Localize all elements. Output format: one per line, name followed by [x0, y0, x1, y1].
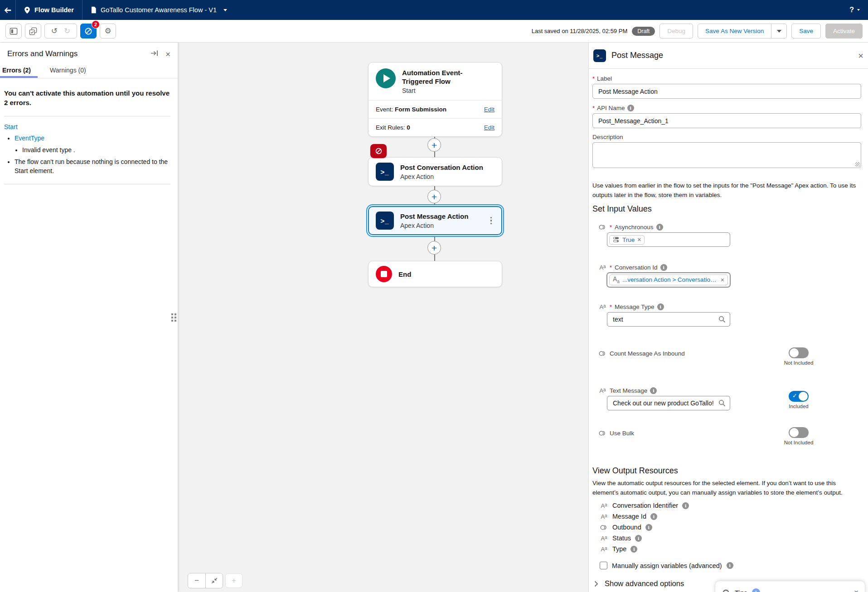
- error-item: EventType Invalid event type .: [15, 134, 170, 154]
- node-title: End: [398, 270, 411, 279]
- input-row-use-bulk: Use Bulk Not Included: [592, 430, 861, 448]
- post-conversation-node[interactable]: >_ Post Conversation Action Apex Action: [368, 157, 502, 186]
- add-element-button[interactable]: +: [427, 138, 441, 152]
- output-label: Outbound: [612, 524, 641, 531]
- add-element-button[interactable]: +: [427, 190, 441, 203]
- info-icon[interactable]: i: [656, 224, 663, 231]
- node-title: Post Message Action: [400, 212, 468, 221]
- value-pill[interactable]: Aa ...versation Action > Conversation Id…: [609, 274, 728, 285]
- zoom-out-button[interactable]: −: [188, 573, 205, 588]
- save-as-new-version-button[interactable]: Save As New Version: [698, 24, 771, 39]
- flow-title-menu[interactable]: GoTallo Customer Awareness Flow - V1: [82, 0, 235, 20]
- required-asterisk: *: [610, 303, 612, 310]
- value-pill[interactable]: True ×: [609, 235, 645, 245]
- close-tips-button[interactable]: ×: [854, 588, 858, 592]
- show-advanced-options[interactable]: Show advanced options: [592, 579, 684, 588]
- input-row-text-message: Aa Text Message i ✓ Included: [592, 387, 861, 410]
- panel-toggle-icon: [10, 27, 18, 35]
- description-field[interactable]: [592, 142, 861, 168]
- tab-errors[interactable]: Errors (2): [0, 63, 38, 78]
- chevron-down-icon: [777, 30, 781, 33]
- back-button[interactable]: [0, 0, 15, 20]
- remove-pill-icon[interactable]: ×: [637, 236, 641, 243]
- node-menu-button[interactable]: [488, 215, 495, 226]
- info-icon[interactable]: i: [727, 562, 733, 569]
- event-value: Form Submission: [395, 106, 446, 113]
- tips-card: Tips 1 ×: [715, 581, 865, 592]
- panel-resize-handle[interactable]: [171, 313, 176, 322]
- count-inbound-toggle[interactable]: [789, 347, 809, 358]
- redo-icon: ↻: [64, 27, 70, 35]
- start-play-icon: [376, 68, 396, 88]
- text-type-icon: Aa: [613, 276, 620, 284]
- asynchronous-input[interactable]: True ×: [607, 232, 730, 247]
- close-panel-button[interactable]: ×: [165, 50, 170, 58]
- edit-exit-rules-link[interactable]: Edit: [484, 124, 495, 131]
- start-node[interactable]: Automation Event-Triggered Flow Start Ev…: [368, 62, 502, 137]
- property-editor-panel: >_ Post Message × * Label * API Name i D…: [588, 43, 868, 592]
- end-node[interactable]: End: [368, 261, 502, 287]
- end-stop-icon: [376, 266, 392, 282]
- message-type-input[interactable]: [607, 312, 730, 327]
- edit-event-link[interactable]: Edit: [484, 106, 495, 113]
- manual-assign-checkbox[interactable]: [600, 562, 607, 569]
- activate-button[interactable]: Activate: [825, 24, 863, 39]
- save-as-dropdown-button[interactable]: [771, 24, 787, 39]
- remove-pill-icon[interactable]: ×: [721, 277, 724, 283]
- help-icon: ?: [849, 6, 854, 14]
- api-name-field[interactable]: [592, 113, 861, 128]
- output-label: Conversation Identifier: [612, 502, 678, 509]
- plus-icon: +: [432, 243, 437, 253]
- apex-terminal-icon: >_: [376, 163, 394, 181]
- chevron-down-icon: [223, 9, 227, 11]
- info-icon[interactable]: i: [627, 105, 634, 111]
- save-button[interactable]: Save: [791, 24, 821, 39]
- info-icon[interactable]: i: [657, 303, 664, 310]
- info-icon[interactable]: i: [682, 502, 689, 509]
- flow-canvas[interactable]: Automation Event-Triggered Flow Start Ev…: [178, 43, 588, 592]
- panel-intro-text: Use values from earlier in the flow to s…: [592, 181, 861, 200]
- info-icon[interactable]: i: [650, 387, 657, 394]
- info-icon[interactable]: i: [635, 535, 642, 542]
- start-exit-rules-row: Exit Rules: 0 Edit: [369, 118, 502, 136]
- text-message-input[interactable]: [607, 396, 730, 410]
- add-element-button[interactable]: +: [427, 241, 441, 255]
- manual-assign-label: Manually assign variables (advanced): [612, 562, 722, 569]
- close-panel-button[interactable]: ×: [857, 50, 864, 61]
- zoom-in-button[interactable]: +: [225, 573, 242, 588]
- info-icon[interactable]: i: [630, 546, 637, 553]
- location-pin-icon: [24, 6, 30, 14]
- chevron-right-icon: [594, 581, 598, 587]
- last-saved-text: Last saved on 11/28/2025, 02:59 PM: [532, 28, 628, 34]
- info-icon[interactable]: i: [650, 513, 657, 520]
- text-message-toggle[interactable]: ✓: [789, 391, 809, 402]
- zoom-fit-button[interactable]: [205, 573, 223, 588]
- select-elements-button[interactable]: [25, 24, 41, 39]
- dock-panel-button[interactable]: [150, 50, 158, 58]
- text-type-icon: Aa: [598, 265, 607, 270]
- use-bulk-toggle[interactable]: [789, 427, 809, 438]
- error-field-link[interactable]: EventType: [15, 135, 44, 142]
- tab-warnings[interactable]: Warnings (0): [48, 63, 93, 78]
- debug-button[interactable]: Debug: [659, 24, 693, 39]
- help-button[interactable]: ?: [849, 6, 854, 14]
- node-subtitle: Start: [402, 87, 493, 94]
- errors-warnings-button[interactable]: 2: [80, 24, 97, 39]
- close-icon: ×: [858, 51, 863, 61]
- undo-button[interactable]: ↺: [51, 27, 58, 35]
- info-icon[interactable]: i: [660, 264, 667, 271]
- post-message-node[interactable]: >_ Post Message Action Apex Action: [368, 206, 502, 235]
- label-field[interactable]: [592, 84, 861, 99]
- redo-button[interactable]: ↻: [64, 27, 70, 35]
- document-icon: [91, 6, 97, 14]
- settings-button[interactable]: ⚙: [100, 24, 116, 39]
- error-item: The flow can't run because nothing is co…: [15, 157, 170, 175]
- conversation-id-input[interactable]: Aa ...versation Action > Conversation Id…: [607, 273, 730, 287]
- info-icon[interactable]: i: [645, 524, 652, 531]
- error-group-link[interactable]: Start: [4, 123, 18, 130]
- app-context: Flow Builder: [16, 0, 82, 20]
- resize-handle[interactable]: [855, 162, 860, 167]
- required-asterisk: *: [610, 264, 612, 271]
- output-label: Message Id: [612, 513, 646, 520]
- toggle-left-panel-button[interactable]: [5, 24, 22, 39]
